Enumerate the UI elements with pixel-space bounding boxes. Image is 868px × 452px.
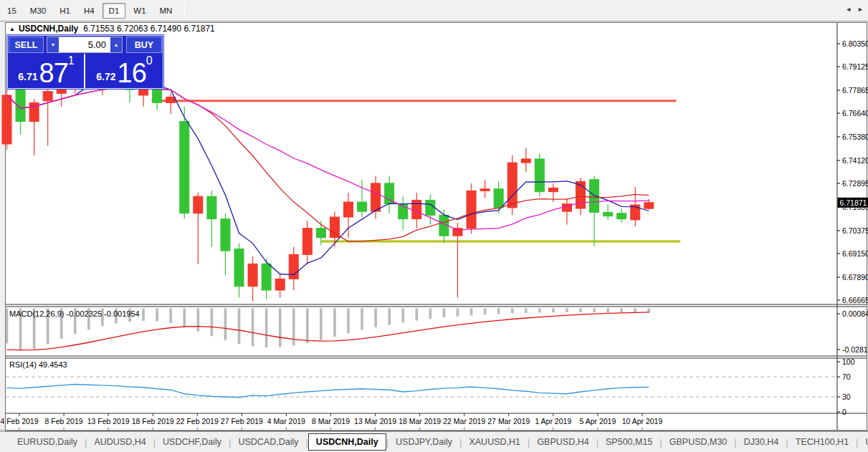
tab-scroll-right-icon[interactable]: ► (857, 6, 864, 13)
candle-body (194, 196, 203, 213)
macd-histogram-bar (470, 309, 473, 316)
macd-histogram-bar (265, 309, 268, 347)
macd-tick-label: 0.000849 (842, 309, 868, 318)
sell-price-display[interactable]: 6.71 87 1 (9, 54, 85, 88)
collapse-icon[interactable]: ▲ (9, 26, 15, 32)
tab-USDCAD-Daily[interactable]: USDCAD,Daily (231, 434, 305, 450)
candle-body (371, 183, 381, 211)
candle-body (275, 279, 285, 290)
candle-body (617, 213, 626, 219)
macd-histogram-bar (552, 309, 555, 313)
macd-histogram-bar (566, 309, 568, 312)
chart-ohlc-values: 6.71553 6.72063 6.71490 6.71871 (83, 24, 215, 34)
macd-histogram-bar (197, 309, 200, 332)
candle-body (507, 163, 517, 208)
macd-histogram-bar (238, 309, 241, 344)
price-tick-label: 6.76640 (842, 109, 868, 117)
macd-histogram-bar (525, 309, 528, 313)
timeframe-button-W1[interactable]: W1 (128, 4, 151, 18)
macd-histogram-bar (593, 309, 596, 313)
timeframe-toolbar: 15M30H1H4D1W1MN (0, 0, 868, 21)
candle-body (521, 159, 530, 163)
candle-body (453, 229, 462, 236)
date-label: 10 Apr 2019 (622, 417, 663, 425)
macd-histogram-bar (320, 309, 323, 340)
macd-histogram-bar (579, 309, 582, 312)
buy-price-prefix: 6.72 (96, 71, 115, 82)
candle-body (644, 203, 654, 208)
macd-indicator-label: MACD(12,26,9) -0.002325 -0.001954 (9, 309, 140, 318)
date-label: 27 Mar 2019 (487, 417, 530, 425)
buy-button[interactable]: BUY (126, 37, 162, 53)
price-tick-label: 6.66665 (842, 296, 868, 304)
macd-histogram-bar (292, 309, 295, 346)
date-label: 18 Mar 2019 (399, 417, 441, 425)
candle-body (330, 217, 339, 238)
candle-body (426, 200, 435, 215)
tab-GBPUSD-H4[interactable]: GBPUSD,H4 (530, 434, 596, 450)
candle-body (316, 229, 325, 238)
symbol-tab-bar: EURUSD,Daily|AUDUSD,H4|USDCHF,Daily|USDC… (0, 431, 868, 452)
price-tick-label: 6.77865 (842, 86, 868, 95)
date-label: 4 Feb 2019 (0, 417, 38, 425)
sell-button[interactable]: SELL (9, 37, 44, 53)
tab-USDCHF-Daily[interactable]: USDCHF,Daily (156, 434, 229, 450)
timeframe-button-H1[interactable]: H1 (54, 4, 76, 18)
candle-body (480, 189, 490, 191)
candle-body (302, 229, 312, 255)
candle-body (358, 202, 367, 211)
macd-histogram-bar (183, 309, 186, 327)
candle-body (221, 219, 230, 251)
tab-UKO[interactable]: UKO (858, 434, 868, 450)
macd-histogram-bar (511, 309, 514, 314)
macd-histogram-bar (252, 309, 254, 347)
tab-DJ30-H4[interactable]: DJ30,H4 (737, 434, 786, 450)
tab-AUDUSD-H4[interactable]: AUDUSD,H4 (87, 434, 153, 450)
buy-price-display[interactable]: 6.72 16 0 (87, 54, 162, 88)
volume-input[interactable] (59, 37, 110, 52)
macd-histogram-bar (620, 309, 623, 313)
macd-histogram-bar (443, 309, 446, 318)
date-label: 8 Mar 2019 (312, 417, 350, 425)
date-label: 22 Feb 2019 (176, 417, 219, 425)
toolbar-separator (184, 3, 185, 19)
volume-spinner: ▼ ▲ (47, 37, 123, 53)
tab-SP500-M15[interactable]: SP500,M15 (598, 434, 659, 450)
tab-GBPUSD-M30[interactable]: GBPUSD,M30 (662, 434, 735, 450)
macd-histogram-bar (401, 309, 404, 323)
date-label: 8 Feb 2019 (44, 417, 82, 425)
macd-histogram-bar (429, 309, 432, 319)
tab-scroll-left-icon[interactable]: ◄ (845, 6, 852, 13)
tab-TECH100-H1[interactable]: TECH100,H1 (788, 434, 856, 450)
price-tick-label: 6.75380 (842, 133, 868, 141)
tab-USDJPY-Daily[interactable]: USDJPY,Daily (388, 434, 459, 450)
timeframe-button-MN[interactable]: MN (154, 4, 178, 18)
macd-histogram-bar (6, 309, 9, 344)
price-tick-label: 6.69150 (842, 249, 868, 258)
rsi-tick-label: 70 (842, 372, 851, 381)
timeframe-button-H4[interactable]: H4 (78, 4, 100, 18)
macd-tick-label: -0.028124 (842, 345, 868, 354)
macd-histogram-bar (497, 309, 500, 314)
tab-EURUSD-Daily[interactable]: EURUSD,Daily (10, 434, 85, 450)
timeframe-button-15[interactable]: 15 (1, 4, 22, 18)
rsi-tick-label: 0 (842, 408, 846, 416)
macd-histogram-bar (169, 309, 172, 323)
tab-XAUUSD-H1[interactable]: XAUUSD,H1 (462, 434, 528, 450)
trading-terminal: 15M30H1H4D1W1MN ▲USDCNH,Daily6.71553 6.7… (0, 0, 868, 452)
buy-price-big-digits: 16 (118, 60, 146, 86)
macd-histogram-bar (361, 309, 363, 330)
price-tick-label: 6.70375 (842, 226, 868, 235)
tab-USDCNH-Daily[interactable]: USDCNH,Daily (308, 433, 386, 451)
macd-histogram-bar (211, 309, 214, 337)
buy-price-pip-digit: 0 (146, 54, 153, 67)
volume-decrease-button[interactable]: ▼ (47, 37, 59, 52)
macd-histogram-bar (374, 309, 377, 327)
timeframe-button-D1[interactable]: D1 (102, 3, 126, 19)
date-label: 4 Mar 2019 (267, 417, 305, 425)
volume-increase-button[interactable]: ▲ (110, 37, 122, 52)
macd-histogram-bar (606, 309, 609, 313)
date-label: 5 Apr 2019 (580, 417, 616, 425)
candle-body (494, 189, 503, 208)
timeframe-button-M30[interactable]: M30 (24, 4, 52, 18)
